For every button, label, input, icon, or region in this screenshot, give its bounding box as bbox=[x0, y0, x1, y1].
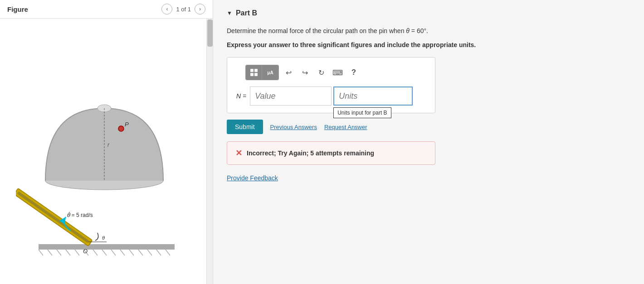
question-instruction: Express your answer to three significant… bbox=[227, 40, 630, 50]
equation-label: N = bbox=[236, 92, 246, 100]
svg-rect-31 bbox=[254, 73, 258, 76]
svg-rect-30 bbox=[250, 73, 254, 76]
keyboard-icon: ⌨ bbox=[332, 68, 343, 77]
svg-line-4 bbox=[66, 250, 70, 255]
scroll-thumb[interactable] bbox=[207, 19, 213, 47]
left-panel: Figure ‹ 1 of 1 › bbox=[0, 0, 213, 284]
toolbar-group: μA bbox=[245, 65, 279, 80]
help-icon: ? bbox=[351, 68, 356, 77]
svg-line-11 bbox=[129, 250, 134, 255]
svg-rect-29 bbox=[254, 69, 258, 72]
feedback-link[interactable]: Provide Feedback bbox=[227, 174, 278, 182]
request-answer-button[interactable]: Request Answer bbox=[324, 124, 367, 130]
units-tooltip: Units input for part B bbox=[333, 107, 391, 118]
svg-line-12 bbox=[138, 250, 143, 255]
figure-title: Figure bbox=[7, 5, 28, 13]
toolbar: μA ↩ ↪ ↻ ⌨ ? bbox=[236, 65, 426, 80]
input-row: N = Units input for part B bbox=[236, 87, 426, 106]
svg-line-5 bbox=[75, 250, 79, 255]
svg-text:θ: θ bbox=[102, 235, 105, 241]
figure-header: Figure ‹ 1 of 1 › bbox=[0, 0, 213, 19]
svg-line-1 bbox=[39, 250, 43, 255]
collapse-icon[interactable]: ▼ bbox=[227, 10, 232, 16]
prev-figure-button[interactable]: ‹ bbox=[161, 4, 172, 14]
matrix-button[interactable] bbox=[246, 65, 262, 80]
error-icon: ✕ bbox=[235, 148, 242, 158]
svg-line-3 bbox=[57, 250, 61, 255]
svg-text:θ̇
         = 5 rad/s: θ̇ = 5 rad/s bbox=[67, 212, 93, 218]
svg-line-15 bbox=[166, 250, 170, 255]
svg-line-7 bbox=[93, 250, 98, 255]
figure-count: 1 of 1 bbox=[176, 6, 191, 13]
undo-button[interactable]: ↩ bbox=[282, 66, 295, 79]
svg-line-13 bbox=[147, 250, 152, 255]
matrix-icon bbox=[250, 68, 258, 77]
svg-text:O: O bbox=[83, 248, 88, 255]
units-wrapper: Units input for part B bbox=[333, 87, 413, 106]
scrollbar[interactable] bbox=[206, 19, 213, 284]
value-input[interactable] bbox=[250, 87, 332, 106]
part-header: ▼ Part B bbox=[227, 9, 630, 17]
units-input[interactable] bbox=[333, 87, 413, 106]
part-title: Part B bbox=[236, 9, 257, 17]
next-figure-button[interactable]: › bbox=[195, 4, 205, 14]
answer-box: μA ↩ ↪ ↻ ⌨ ? N = Uni bbox=[227, 57, 435, 113]
error-box: ✕ Incorrect; Try Again; 5 attempts remai… bbox=[227, 141, 435, 165]
svg-line-10 bbox=[120, 250, 125, 255]
keyboard-button[interactable]: ⌨ bbox=[331, 66, 344, 79]
svg-line-9 bbox=[111, 250, 116, 255]
figure-diagram: r O P θ bbox=[16, 36, 197, 267]
svg-rect-0 bbox=[39, 244, 175, 250]
previous-answers-button[interactable]: Previous Answers bbox=[270, 124, 317, 130]
svg-line-8 bbox=[102, 250, 107, 255]
refresh-icon: ↻ bbox=[318, 68, 324, 77]
mu-label: μA bbox=[267, 70, 273, 75]
refresh-button[interactable]: ↻ bbox=[314, 66, 328, 79]
figure-content: r O P θ bbox=[0, 19, 213, 284]
help-button[interactable]: ? bbox=[347, 66, 361, 79]
svg-line-2 bbox=[48, 250, 52, 255]
mu-button[interactable]: μA bbox=[262, 65, 278, 80]
figure-nav: ‹ 1 of 1 › bbox=[161, 4, 205, 14]
right-panel: ▼ Part B Determine the normal force of t… bbox=[213, 0, 644, 284]
redo-icon: ↪ bbox=[302, 68, 308, 77]
submit-row: Submit Previous Answers Request Answer bbox=[227, 120, 630, 134]
submit-button[interactable]: Submit bbox=[227, 120, 263, 134]
undo-icon: ↩ bbox=[286, 68, 292, 77]
error-message: Incorrect; Try Again; 5 attempts remaini… bbox=[247, 149, 374, 157]
svg-rect-28 bbox=[250, 69, 254, 72]
svg-line-14 bbox=[156, 250, 161, 255]
svg-point-24 bbox=[118, 126, 124, 131]
svg-text:P: P bbox=[125, 121, 129, 128]
question-text: Determine the normal force of the circul… bbox=[227, 26, 630, 36]
redo-button[interactable]: ↪ bbox=[298, 66, 312, 79]
